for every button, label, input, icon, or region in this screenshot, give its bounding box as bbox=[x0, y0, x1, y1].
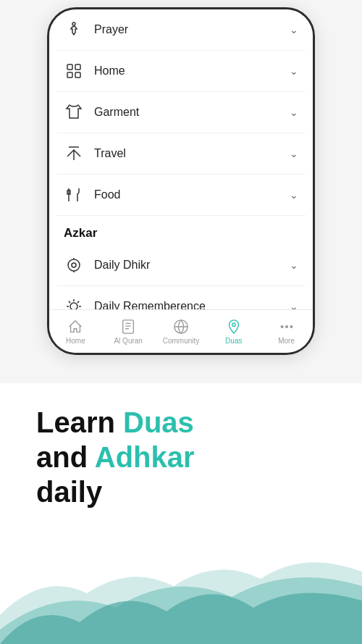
svg-rect-2 bbox=[67, 72, 72, 78]
nav-more-icon bbox=[278, 318, 295, 335]
svg-point-9 bbox=[70, 303, 77, 309]
svg-point-27 bbox=[290, 326, 292, 328]
daily-remembrance-label: Daily Rememberence bbox=[94, 300, 206, 309]
bottom-section: Learn Duas and Adhkar daily bbox=[0, 383, 362, 644]
svg-point-5 bbox=[68, 259, 80, 271]
nav-duas-icon bbox=[225, 318, 243, 335]
menu-item-home[interactable]: Home ⌄ bbox=[56, 51, 306, 92]
svg-rect-0 bbox=[67, 64, 72, 70]
nav-home[interactable]: Home bbox=[56, 318, 96, 345]
nav-home-label: Home bbox=[66, 337, 85, 345]
daily-dhikr-label: Daily Dhikr bbox=[94, 259, 150, 272]
mountains-illustration bbox=[0, 528, 362, 644]
svg-rect-1 bbox=[75, 64, 80, 70]
travel-label: Travel bbox=[94, 147, 126, 160]
azkar-section-header: Azkar bbox=[56, 216, 306, 245]
menu-item-garment[interactable]: Garment ⌄ bbox=[56, 92, 306, 133]
phone-frame: Prayer ⌄ Home ⌄ bbox=[47, 7, 315, 355]
remembrance-icon bbox=[64, 296, 84, 309]
garment-chevron: ⌄ bbox=[290, 106, 298, 118]
nav-al-quran[interactable]: Al Quran bbox=[109, 318, 148, 345]
menu-item-daily-dhikr[interactable]: Daily Dhikr ⌄ bbox=[56, 245, 306, 286]
nav-duas[interactable]: Duas bbox=[214, 318, 253, 345]
travel-chevron: ⌄ bbox=[290, 148, 298, 159]
tagline-line3: daily bbox=[36, 474, 195, 509]
home-chevron: ⌄ bbox=[290, 65, 298, 77]
prayer-icon bbox=[64, 20, 84, 40]
svg-rect-3 bbox=[75, 72, 80, 78]
tagline-learn: Learn bbox=[36, 406, 123, 438]
nav-home-icon bbox=[67, 318, 84, 335]
svg-line-14 bbox=[69, 301, 70, 303]
dhikr-icon bbox=[64, 255, 84, 275]
food-icon bbox=[64, 185, 84, 205]
nav-community-icon bbox=[172, 318, 190, 335]
garment-label: Garment bbox=[94, 106, 139, 119]
svg-point-25 bbox=[281, 326, 283, 328]
menu-item-prayer[interactable]: Prayer ⌄ bbox=[56, 9, 306, 51]
tagline-and: and bbox=[36, 441, 95, 473]
nav-duas-label: Duas bbox=[225, 337, 242, 345]
tagline: Learn Duas and Adhkar daily bbox=[36, 405, 195, 509]
tagline-adhkar: Adhkar bbox=[95, 441, 195, 473]
home-label: Home bbox=[94, 64, 125, 78]
svg-point-26 bbox=[285, 326, 287, 328]
nav-community[interactable]: Community bbox=[161, 318, 201, 345]
travel-icon bbox=[64, 143, 84, 164]
garment-icon bbox=[64, 102, 84, 122]
nav-more[interactable]: More bbox=[266, 318, 306, 345]
tagline-line1: Learn Duas bbox=[36, 405, 195, 440]
prayer-chevron: ⌄ bbox=[290, 24, 298, 35]
prayer-label: Prayer bbox=[94, 23, 128, 36]
svg-point-24 bbox=[232, 323, 235, 327]
menu-item-daily-remembrance[interactable]: Daily Rememberence ⌄ bbox=[56, 286, 306, 309]
nav-more-label: More bbox=[278, 337, 295, 345]
menu-list: Prayer ⌄ Home ⌄ bbox=[49, 9, 313, 309]
svg-point-6 bbox=[72, 263, 76, 267]
tagline-line2: and Adhkar bbox=[36, 440, 195, 474]
daily-remembrance-chevron: ⌄ bbox=[290, 301, 298, 309]
nav-al-quran-icon bbox=[119, 318, 137, 335]
food-label: Food bbox=[94, 188, 120, 201]
tagline-duas: Duas bbox=[123, 406, 194, 438]
nav-al-quran-label: Al Quran bbox=[114, 337, 142, 345]
bottom-nav: Home Al Quran Community Du bbox=[49, 309, 313, 353]
food-chevron: ⌄ bbox=[290, 189, 298, 201]
svg-rect-19 bbox=[123, 320, 134, 333]
menu-item-food[interactable]: Food ⌄ bbox=[56, 175, 306, 216]
nav-community-label: Community bbox=[163, 337, 200, 345]
daily-dhikr-chevron: ⌄ bbox=[290, 259, 298, 271]
menu-item-travel[interactable]: Travel ⌄ bbox=[56, 133, 306, 175]
svg-line-17 bbox=[77, 301, 79, 303]
home-icon bbox=[64, 61, 84, 81]
